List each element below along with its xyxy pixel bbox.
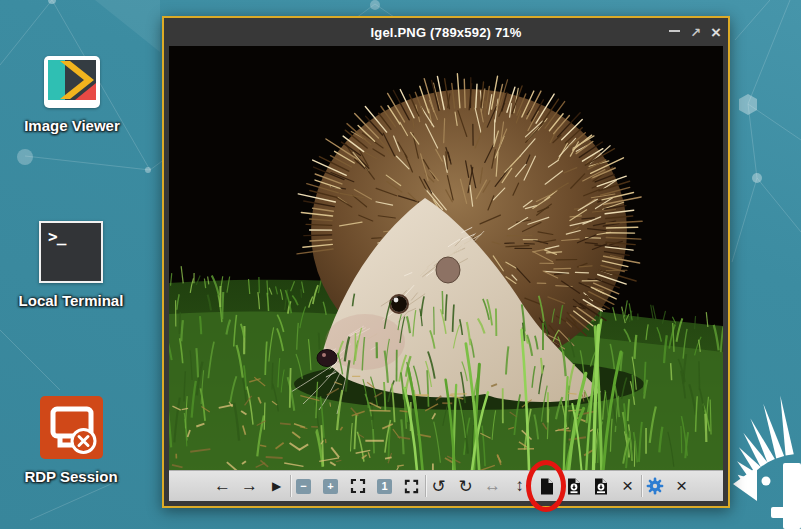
gear-icon bbox=[646, 477, 664, 495]
minimize-icon bbox=[669, 30, 680, 32]
flip-horizontal-button[interactable]: ↔ bbox=[479, 473, 506, 499]
image-viewer-window: Igel.PNG (789x592) 71% ↗ × bbox=[162, 16, 730, 508]
hedgehog-photo bbox=[169, 46, 723, 470]
fullscreen-brackets-icon bbox=[404, 479, 419, 494]
desktop: Image Viewer >_ Local Terminal RDP Sessi… bbox=[0, 0, 801, 529]
rotate-left-button[interactable]: ↺ bbox=[425, 473, 452, 499]
rdp-icon bbox=[40, 396, 103, 459]
icon-label: Image Viewer bbox=[24, 117, 120, 134]
viewer-toolbar: ← → ▶ − + 1 ↺ ↻ ↔ ↕ bbox=[169, 470, 723, 501]
document-download-icon bbox=[567, 478, 581, 495]
slideshow-button[interactable]: ▶ bbox=[263, 473, 290, 499]
image-canvas bbox=[169, 46, 723, 470]
toolbar-separator bbox=[425, 475, 426, 497]
desktop-icon-image-viewer[interactable]: Image Viewer bbox=[13, 56, 131, 134]
plus-icon: + bbox=[323, 479, 338, 494]
fit-to-window-button[interactable] bbox=[344, 473, 371, 499]
toolbar-separator bbox=[290, 475, 291, 497]
window-title: Igel.PNG (789x592) 71% bbox=[370, 25, 521, 40]
export-file-button[interactable] bbox=[587, 473, 614, 499]
settings-button[interactable] bbox=[641, 473, 668, 499]
save-file-button[interactable] bbox=[560, 473, 587, 499]
minimize-button[interactable] bbox=[669, 30, 680, 34]
flip-vertical-button[interactable]: ↕ bbox=[506, 473, 533, 499]
zoom-in-button[interactable]: + bbox=[317, 473, 344, 499]
fullscreen-button[interactable] bbox=[398, 473, 425, 499]
document-download-icon bbox=[594, 478, 608, 495]
zoom-out-button[interactable]: − bbox=[290, 473, 317, 499]
rotate-right-button[interactable]: ↻ bbox=[452, 473, 479, 499]
close-viewer-button[interactable]: × bbox=[668, 473, 695, 499]
maximize-button[interactable]: ↗ bbox=[690, 26, 701, 39]
fit-brackets-icon bbox=[350, 478, 366, 494]
image-viewer-icon bbox=[44, 56, 100, 108]
close-button[interactable]: × bbox=[711, 24, 721, 41]
minus-icon: − bbox=[296, 479, 311, 494]
icon-label: RDP Session bbox=[24, 468, 117, 485]
next-image-button[interactable]: → bbox=[236, 473, 263, 499]
one-to-one-icon: 1 bbox=[377, 479, 392, 494]
document-icon bbox=[540, 478, 554, 495]
desktop-icon-rdp-session[interactable]: RDP Session bbox=[6, 396, 136, 485]
actual-size-button[interactable]: 1 bbox=[371, 473, 398, 499]
previous-image-button[interactable]: ← bbox=[209, 473, 236, 499]
delete-image-button[interactable]: × bbox=[614, 473, 641, 499]
window-titlebar[interactable]: Igel.PNG (789x592) 71% ↗ × bbox=[164, 18, 728, 46]
new-file-button[interactable] bbox=[533, 473, 560, 499]
desktop-icon-local-terminal[interactable]: >_ Local Terminal bbox=[6, 221, 136, 309]
toolbar-separator bbox=[641, 475, 642, 497]
icon-label: Local Terminal bbox=[19, 292, 124, 309]
terminal-icon: >_ bbox=[39, 221, 103, 283]
